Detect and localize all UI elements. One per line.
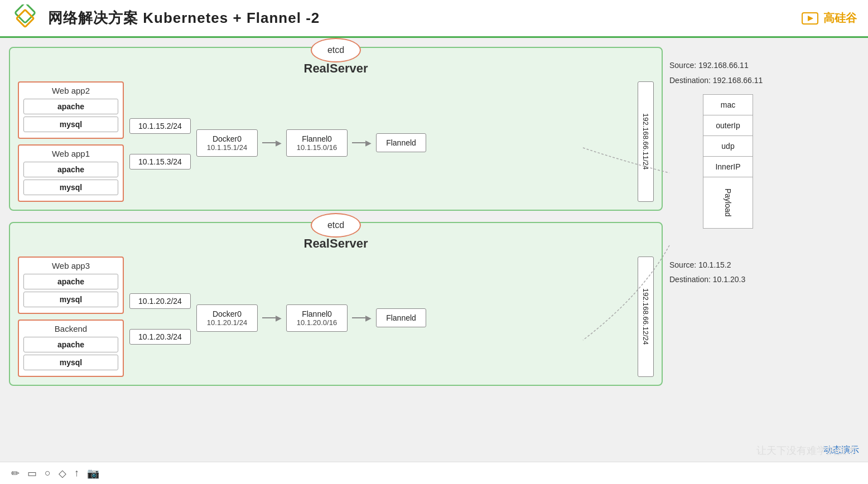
webapp2-title: Web app2 — [23, 86, 118, 95]
page-title: 网络解决方案 Kubernetes + Flannel -2 — [48, 8, 320, 28]
webapp2-box: Web app2 apache mysql — [18, 81, 124, 139]
server2-apps: Web app3 apache mysql Backend apache mys… — [18, 256, 124, 377]
server1-ip2: 10.1.15.3/24 — [129, 154, 191, 170]
server1-title: RealServer — [18, 61, 654, 76]
server2-ip2: 10.1.20.3/24 — [129, 329, 191, 345]
brand-name: 高硅谷 — [823, 11, 857, 26]
packet-payload: Payload — [703, 177, 753, 228]
webapp1-title: Web app1 — [23, 149, 118, 158]
etcd1-oval: etcd — [311, 38, 361, 62]
info-block2: Source: 10.1.15.2 Destination: 10.1.20.3 — [669, 258, 745, 287]
server1-apps: Web app2 apache mysql Web app1 apache my… — [18, 81, 124, 202]
webapp2-mysql: mysql — [23, 117, 118, 132]
rect-icon[interactable]: ▭ — [27, 467, 37, 480]
packet-mac: mac — [703, 95, 753, 115]
diamond-icon[interactable]: ◇ — [59, 467, 66, 480]
server1-flannel0: Flannel0 10.1.15.0/16 — [286, 129, 348, 157]
info-block1: Source: 192.168.66.11 Destination: 192.1… — [669, 58, 763, 88]
webapp3-title: Web app3 — [23, 261, 118, 270]
server2-ip1: 10.1.20.2/24 — [129, 293, 191, 309]
edit-icon[interactable]: ✏ — [11, 467, 20, 480]
server1-flanneld: Flanneld — [376, 133, 426, 152]
server1-ip-label: 192.168.66.11/24 — [638, 81, 654, 202]
server2-flannel0: Flannel0 10.1.20.0/16 — [286, 304, 348, 332]
webapp1-apache: apache — [23, 162, 118, 177]
footer: ✏ ▭ ○ ◇ ↑ 📷 — [0, 462, 868, 484]
webapp2-apache: apache — [23, 99, 118, 114]
backend-apache: apache — [23, 337, 118, 352]
server1-docker0: Docker0 10.1.15.1/24 — [196, 129, 258, 157]
camera-icon[interactable]: 📷 — [87, 467, 99, 480]
packet-outerip: outerIp — [703, 115, 753, 136]
packet-innerip: InnerIP — [703, 157, 753, 177]
packet-udp: udp — [703, 136, 753, 157]
arrow-icon[interactable]: ↑ — [74, 467, 79, 479]
backend-box: Backend apache mysql — [18, 320, 124, 377]
webapp3-box: Web app3 apache mysql — [18, 256, 124, 314]
brand-icon — [801, 9, 819, 27]
webapp1-box: Web app1 apache mysql — [18, 144, 124, 202]
header: 网络解决方案 Kubernetes + Flannel -2 高硅谷 — [0, 0, 868, 38]
brand: 高硅谷 — [801, 9, 857, 27]
watermark: 让天下没有难学的技术 — [756, 444, 857, 457]
svg-marker-3 — [808, 16, 813, 21]
circle-icon[interactable]: ○ — [45, 467, 51, 479]
etcd2-oval: etcd — [311, 213, 361, 238]
server2-docker0: Docker0 10.1.20.1/24 — [196, 304, 258, 332]
logo-icon — [11, 4, 39, 32]
server1-box: etcd RealServer Web app2 apache mysql We… — [9, 47, 663, 211]
server1-ip1: 10.1.15.2/24 — [129, 118, 191, 134]
packet-table: mac outerIp udp InnerIP Payload — [703, 94, 753, 229]
webapp1-mysql: mysql — [23, 180, 118, 195]
server2-title: RealServer — [18, 236, 654, 251]
backend-title: Backend — [23, 324, 118, 333]
server2-flanneld: Flanneld — [376, 308, 426, 327]
webapp3-apache: apache — [23, 274, 118, 289]
server2-ip-label: 192.168.66.12/24 — [638, 256, 654, 377]
webapp3-mysql: mysql — [23, 292, 118, 307]
server2-box: etcd RealServer Web app3 apache mysql Ba… — [9, 222, 663, 386]
svg-rect-1 — [16, 9, 33, 27]
backend-mysql: mysql — [23, 355, 118, 370]
